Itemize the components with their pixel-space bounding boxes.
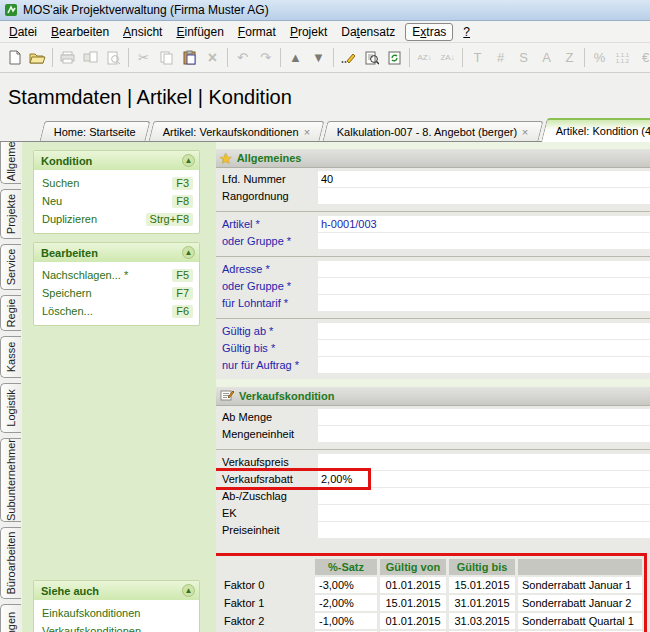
copy-icon[interactable] xyxy=(155,47,178,69)
undo-icon[interactable]: ↶ xyxy=(231,47,254,69)
link-einkaufskonditionen[interactable]: Einkaufskonditionen xyxy=(34,604,199,622)
panel-bearbeiten-header: Bearbeiten ▲ xyxy=(34,243,199,262)
tab-verkaufskonditionen[interactable]: Artikel: Verkaufskonditionen× xyxy=(148,121,324,141)
shortcut-badge: F3 xyxy=(172,177,193,190)
delete-icon[interactable]: × xyxy=(201,47,224,69)
sort-ascending-icon[interactable]: AZ↓ xyxy=(413,47,436,69)
input-ab-zuschlag[interactable] xyxy=(318,488,650,504)
input-preiseinheit[interactable] xyxy=(318,522,650,538)
menu-datensatz[interactable]: Datensatz xyxy=(334,24,402,40)
percent-icon[interactable]: % xyxy=(588,47,611,69)
module-tab-regie[interactable]: Regie xyxy=(0,295,21,331)
collapse-icon[interactable]: ▲ xyxy=(182,246,195,259)
module-tab-projekte[interactable]: Projekte xyxy=(0,189,21,239)
tab-kalkulation[interactable]: Kalkulation-007 - 8. Angebot (berger)× xyxy=(323,121,544,141)
module-tab-allgemein[interactable]: Allgemein xyxy=(0,142,21,184)
menu-einfuegen[interactable]: Einfügen xyxy=(169,24,230,40)
action-duplizieren[interactable]: DuplizierenStrg+F8 xyxy=(34,210,199,228)
section-gap xyxy=(216,379,650,387)
menu-help[interactable]: ? xyxy=(456,24,477,40)
sidebar: Kondition ▲ SuchenF3 NeuF8 DuplizierenSt… xyxy=(22,142,216,632)
format-number-icon[interactable]: # xyxy=(489,47,512,69)
move-down-icon[interactable]: ▼ xyxy=(307,47,330,69)
input-gueltig-bis[interactable] xyxy=(318,340,650,356)
column-header-name xyxy=(518,559,642,575)
menu-datei[interactable]: Datei xyxy=(2,24,44,40)
input-rangordnung[interactable] xyxy=(318,188,650,204)
menu-bearbeiten[interactable]: Bearbeiten xyxy=(44,24,116,40)
input-verkaufsrabatt[interactable]: 2,00% xyxy=(318,471,650,487)
edit-icon[interactable] xyxy=(337,47,360,69)
open-folder-icon[interactable] xyxy=(26,47,49,69)
tab-home-startseite[interactable]: Home: Startseite xyxy=(40,121,151,141)
input-gueltig-ab[interactable] xyxy=(318,323,650,339)
currency-euro-icon[interactable]: € xyxy=(634,47,650,69)
menu-format[interactable]: Format xyxy=(231,24,283,40)
field-row: für Lohntarif * xyxy=(216,295,650,311)
table-row-faktor-0: Faktor 0 -3,00% 01.01.2015 15.01.2015 So… xyxy=(216,577,642,593)
field-row: Preiseinheit xyxy=(216,522,650,538)
close-tab-icon[interactable]: × xyxy=(522,126,528,138)
action-nachschlagen[interactable]: Nachschlagen... *F5 xyxy=(34,266,199,284)
print-icon[interactable] xyxy=(56,47,79,69)
action-loeschen[interactable]: Löschen...F6 xyxy=(34,302,199,320)
input-artikel[interactable]: h-0001/003 xyxy=(318,216,650,232)
format-s-icon[interactable]: S xyxy=(512,47,535,69)
panel-bearbeiten: Bearbeiten ▲ Nachschlagen... *F5 Speiche… xyxy=(33,242,200,326)
module-tab-bueroarbeiten[interactable]: Büroarbeiten xyxy=(0,527,21,599)
menu-projekt[interactable]: Projekt xyxy=(283,24,334,40)
print-setup-icon[interactable] xyxy=(79,47,102,69)
print-preview-icon[interactable] xyxy=(102,47,125,69)
shortcut-badge: Strg+F8 xyxy=(146,213,193,226)
close-tab-icon[interactable]: × xyxy=(304,126,310,138)
section-allgemeines: ★ Allgemeines Lfd. Nummer40 Rangordnung … xyxy=(216,149,650,379)
form-icon xyxy=(220,389,234,403)
field-row-verkaufsrabatt: Verkaufsrabatt 2,00% xyxy=(216,471,650,487)
format-text-icon[interactable]: T xyxy=(466,47,489,69)
input-ek[interactable] xyxy=(318,505,650,521)
factors-table-header: %-Satz Gültig von Gültig bis xyxy=(216,559,642,575)
field-row: nur für Auftrag * xyxy=(216,357,650,373)
menu-extras[interactable]: Extras xyxy=(405,23,453,41)
move-up-icon[interactable]: ▲ xyxy=(284,47,307,69)
new-document-icon[interactable] xyxy=(3,47,26,69)
module-tab-service[interactable]: Service xyxy=(0,244,21,290)
input-mengeneinheit[interactable] xyxy=(318,426,650,442)
input-ab-menge[interactable] xyxy=(318,409,650,425)
redo-icon[interactable]: ↷ xyxy=(254,47,277,69)
column-header-gueltig-von: Gültig von xyxy=(380,559,446,575)
format-z-icon[interactable]: Z xyxy=(558,47,581,69)
tab-artikel-kondition[interactable]: Artikel: Kondition (40)× xyxy=(541,118,650,142)
input-adresse[interactable] xyxy=(318,261,650,277)
input-verkaufspreis[interactable] xyxy=(318,454,650,470)
action-speichern[interactable]: SpeichernF7 xyxy=(34,284,199,302)
app-icon xyxy=(4,3,18,17)
collapse-icon[interactable]: ▲ xyxy=(182,584,195,597)
lookup-icon[interactable] xyxy=(360,47,383,69)
sort-descending-icon[interactable]: ZA↓ xyxy=(436,47,459,69)
module-tab-kasse[interactable]: Kasse xyxy=(0,336,21,378)
action-suchen[interactable]: SuchenF3 xyxy=(34,174,199,192)
input-nur-fuer-auftrag[interactable] xyxy=(318,357,650,373)
collapse-icon[interactable]: ▲ xyxy=(182,154,195,167)
action-neu[interactable]: NeuF8 xyxy=(34,192,199,210)
input-artikel-gruppe[interactable] xyxy=(318,233,650,249)
paste-icon[interactable] xyxy=(178,47,201,69)
cut-icon[interactable]: ✂ xyxy=(132,47,155,69)
outline-numbering-icon[interactable]: 1.1.11.1.2 xyxy=(611,47,634,69)
field-row: Lfd. Nummer40 xyxy=(216,171,650,187)
table-row-faktor-1: Faktor 1 -2,00% 15.01.2015 31.01.2015 So… xyxy=(216,595,642,611)
menu-ansicht[interactable]: Ansicht xyxy=(116,24,169,40)
link-verkaufskonditionen[interactable]: Verkaufskonditionen xyxy=(34,622,199,632)
refresh-icon[interactable] xyxy=(383,47,406,69)
format-a-icon[interactable]: A xyxy=(535,47,558,69)
module-tab-subunternehmer[interactable]: Subunternehmer xyxy=(0,438,21,522)
module-tab-logistik[interactable]: Logistik xyxy=(0,383,21,433)
module-tab-auswertungen[interactable]: Auswertungen xyxy=(0,604,21,632)
input-adresse-gruppe[interactable] xyxy=(318,278,650,294)
module-tab-strip: Allgemein Projekte Service Regie Kasse L… xyxy=(0,142,22,632)
application-window: MOS'aik Projektverwaltung (Firma Muster … xyxy=(0,0,650,632)
shortcut-badge: F7 xyxy=(172,287,193,300)
input-lohntarif[interactable] xyxy=(318,295,650,311)
input-lfd-nummer[interactable]: 40 xyxy=(318,171,650,187)
